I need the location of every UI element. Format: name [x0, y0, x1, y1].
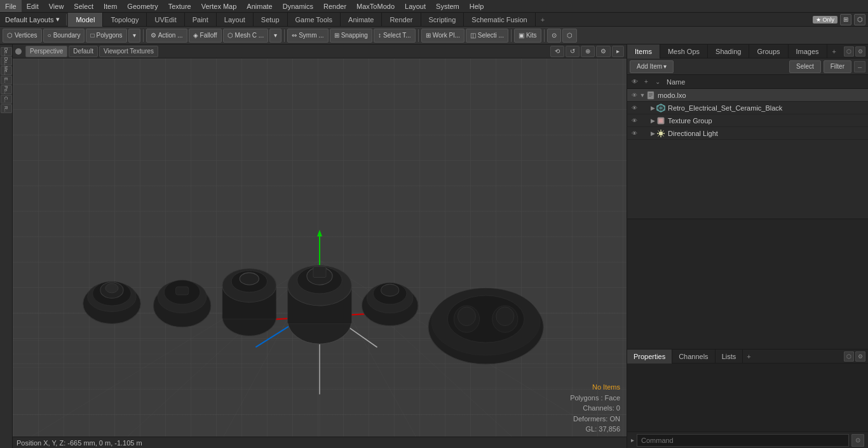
list-icon-eye-1[interactable]: 👁	[630, 77, 640, 87]
prop-tab-properties[interactable]: Properties	[627, 350, 672, 363]
tab-groups[interactable]: Groups	[749, 44, 788, 58]
tab-shading[interactable]: Shading	[708, 44, 749, 58]
tool-work-plane[interactable]: ⊞ Work Pl...	[421, 29, 465, 43]
tree-item-texture[interactable]: 👁 ▶ Texture Group	[627, 114, 868, 127]
tab-animate[interactable]: Animate	[341, 13, 382, 27]
sidebar-item-r[interactable]: R..	[1, 104, 12, 113]
tree-expand-light[interactable]: ▶	[649, 130, 656, 137]
viewport-btn-zoom[interactable]: ⊕	[581, 46, 595, 57]
layout-icon-btn-1[interactable]: ⊞	[840, 14, 851, 25]
tab-setup[interactable]: Setup	[254, 13, 288, 27]
viewport-btn-arrows[interactable]: ⟲	[550, 46, 564, 57]
command-input[interactable]	[637, 434, 849, 447]
right-icon-expand[interactable]: ⬡	[844, 46, 854, 57]
tool-mesh-dropdown[interactable]: ▾	[269, 29, 281, 43]
layouts-dropdown-label: Default Layouts	[5, 16, 53, 24]
prop-icon-settings[interactable]: ⚙	[855, 351, 865, 362]
prop-icon-expand[interactable]: ⬡	[844, 351, 854, 362]
tab-mesh-ops[interactable]: Mesh Ops	[660, 44, 708, 58]
viewport-btn-play[interactable]: ▸	[612, 46, 624, 57]
menu-system[interactable]: System	[431, 0, 465, 12]
layout-icon-btn-2[interactable]: ⬡	[854, 14, 865, 25]
tool-kits[interactable]: ▣ Kits	[514, 29, 541, 43]
tool-rotate-view[interactable]: ⊙	[547, 29, 561, 43]
menu-vertex-map[interactable]: Vertex Map	[196, 0, 242, 12]
tree-expand-mesh[interactable]: ▶	[649, 104, 656, 112]
tab-game-tools[interactable]: Game Tools	[288, 13, 341, 27]
tab-topology[interactable]: Topology	[103, 13, 147, 27]
tab-model[interactable]: Model	[68, 13, 103, 27]
viewport[interactable]: Perspective Default Viewport Textures ⟲ …	[13, 44, 627, 448]
tree-expand-root[interactable]: ▼	[639, 92, 646, 99]
menu-maxtomodo[interactable]: MaxToModo	[351, 0, 400, 12]
tab-layout[interactable]: Layout	[217, 13, 254, 27]
menu-item[interactable]: Item	[98, 0, 122, 12]
tree-item-mesh[interactable]: 👁 ▶ Retro_Electrical_Set_Ceramic_Black	[627, 102, 868, 114]
snapping-icon: ⊞	[334, 32, 339, 39]
menu-render[interactable]: Render	[318, 0, 351, 12]
prop-tab-lists[interactable]: Lists	[715, 350, 743, 363]
viewport-textures[interactable]: Viewport Textures	[99, 46, 158, 57]
menu-dynamics[interactable]: Dynamics	[278, 0, 318, 12]
tool-falloff[interactable]: ◈ Falloff	[189, 29, 222, 43]
prop-tab-add[interactable]: +	[743, 353, 754, 360]
viewport-btn-refresh[interactable]: ↺	[566, 46, 580, 57]
menu-animate[interactable]: Animate	[241, 0, 277, 12]
tool-symmetry[interactable]: ⇔ Symm ...	[287, 29, 328, 43]
tool-selection[interactable]: ◫ Selecti ...	[466, 29, 508, 43]
tool-polygons[interactable]: □ Polygons	[86, 29, 126, 43]
menu-texture[interactable]: Texture	[163, 0, 196, 12]
tab-render[interactable]: Render	[382, 13, 421, 27]
add-item-button[interactable]: Add Item ▾	[630, 60, 674, 73]
command-arrow[interactable]: ▸	[631, 437, 634, 444]
tab-scripting[interactable]: Scripting	[421, 13, 465, 27]
viewport-perspective[interactable]: Perspective	[25, 46, 67, 57]
tree-expand-texture[interactable]: ▶	[649, 117, 656, 125]
tree-item-light[interactable]: 👁 ▶ Directional Light	[627, 127, 868, 140]
tool-hex-view[interactable]: ⬡	[562, 29, 577, 43]
sidebar-item-c[interactable]: C..	[1, 95, 12, 104]
menu-view[interactable]: View	[44, 0, 69, 12]
prop-tab-channels[interactable]: Channels	[672, 350, 715, 363]
menu-select[interactable]: Select	[69, 0, 98, 12]
select-button[interactable]: Select	[789, 60, 821, 73]
tab-add[interactable]: +	[536, 16, 550, 24]
menu-help[interactable]: Help	[465, 0, 489, 12]
command-send[interactable]: ⊙	[851, 434, 864, 447]
tab-items[interactable]: Items	[627, 44, 660, 58]
tree-item-root[interactable]: 👁 ▼ modo.lxo	[627, 89, 868, 102]
menu-file[interactable]: File	[0, 0, 22, 12]
sidebar-item-po[interactable]: Po..	[1, 85, 12, 94]
viewport-header: Perspective Default Viewport Textures ⟲ …	[13, 44, 627, 58]
tool-mode-dropdown[interactable]: ▾	[128, 29, 140, 43]
filter-button[interactable]: Filter	[824, 60, 851, 73]
tool-action[interactable]: ⚙ Action ...	[146, 29, 187, 43]
tool-mesh[interactable]: ⬡ Mesh C ...	[223, 29, 269, 43]
list-icon-eye-3[interactable]: ⌄	[653, 77, 663, 87]
menu-layout[interactable]: Layout	[400, 0, 431, 12]
selection-icon: ◫	[470, 32, 476, 39]
layout-tabs: Model Topology UVEdit Paint Layout Setup…	[68, 13, 813, 27]
viewport-default[interactable]: Default	[69, 46, 98, 57]
sidebar-item-e[interactable]: E..	[1, 76, 12, 85]
tab-paint[interactable]: Paint	[185, 13, 217, 27]
tool-select-t[interactable]: ↕ Select T...	[374, 29, 416, 43]
right-icon-settings[interactable]: ⚙	[855, 46, 865, 57]
viewport-canvas[interactable]: X Y Z No Items Polygons : Face Channels:…	[13, 58, 627, 448]
tool-boundary[interactable]: ○ Boundary	[43, 29, 85, 43]
sidebar-item-du[interactable]: Du..	[1, 57, 12, 65]
items-minus-button[interactable]: –	[854, 61, 865, 72]
menu-edit[interactable]: Edit	[22, 0, 44, 12]
tool-select[interactable]: ⬡ Vertices	[3, 29, 42, 43]
sidebar-item-de[interactable]: De..	[1, 47, 12, 56]
menu-geometry[interactable]: Geometry	[122, 0, 163, 12]
tool-snapping[interactable]: ⊞ Snapping	[330, 29, 372, 43]
tab-add-right[interactable]: +	[827, 48, 841, 55]
list-icon-eye-2[interactable]: +	[641, 77, 651, 87]
viewport-btn-settings[interactable]: ⚙	[596, 46, 611, 57]
tab-schematic-fusion[interactable]: Schematic Fusion	[464, 13, 535, 27]
sidebar-item-me[interactable]: Me..	[1, 66, 12, 75]
layouts-dropdown[interactable]: Default Layouts ▾	[0, 15, 65, 24]
tab-images[interactable]: Images	[789, 44, 827, 58]
tab-uvedit[interactable]: UVEdit	[147, 13, 184, 27]
